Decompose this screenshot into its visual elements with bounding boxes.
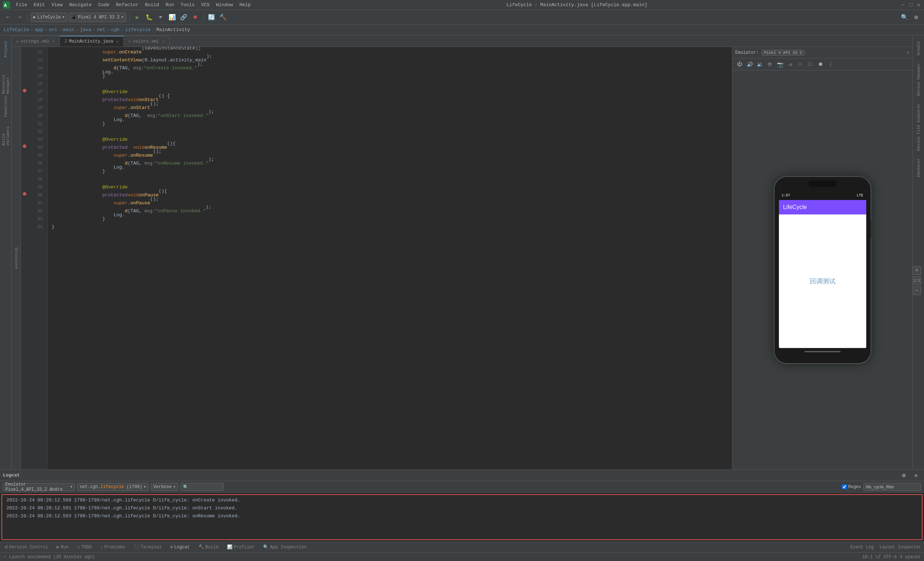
emu-rotate-btn[interactable]: ⟳ xyxy=(765,60,774,69)
breadcrumb-mainactivity[interactable]: MainActivity xyxy=(156,27,190,33)
run-button[interactable]: ▶ xyxy=(132,12,142,22)
gutter-12 xyxy=(21,47,28,55)
logcat-search-input[interactable] xyxy=(180,483,224,491)
tab-mainactivity-java[interactable]: J MainActivity.java ✕ xyxy=(60,36,124,46)
menu-tools[interactable]: Tools xyxy=(178,2,197,8)
breadcrumb-app[interactable]: app xyxy=(34,27,43,33)
sidebar-device-manager-button[interactable]: Device Manager xyxy=(915,60,922,99)
xml-icon-colors: ✦ xyxy=(128,39,130,44)
sidebar-resource-manager-button[interactable]: Resource Manager xyxy=(1,62,10,94)
structure-sidebar[interactable]: Structure xyxy=(12,47,21,469)
build-label: Build xyxy=(206,545,218,550)
menu-vcs[interactable]: VCS xyxy=(198,2,212,8)
tab-close-mainactivity[interactable]: ✕ xyxy=(116,39,120,44)
gutter-27 xyxy=(21,166,28,174)
sidebar-device-file-explorer-button[interactable]: Device File Explorer xyxy=(915,100,922,154)
nav-sep-2: › xyxy=(44,27,47,33)
status-tab-problems[interactable]: ⚠ Problems xyxy=(98,544,128,550)
breadcrumb-java[interactable]: java xyxy=(80,27,92,33)
breadcrumb-cgh[interactable]: cgh xyxy=(111,27,120,33)
logcat-settings-button[interactable]: ⚙ xyxy=(899,470,909,480)
line-num-17: 17 xyxy=(28,88,45,96)
emu-volume-down-btn[interactable]: 🔉 xyxy=(756,60,764,69)
menu-window[interactable]: Window xyxy=(213,2,236,8)
maximize-button[interactable]: □ xyxy=(908,3,913,8)
profile-button[interactable]: 📊 xyxy=(167,12,177,22)
phone-app-title: LifeCycle xyxy=(783,204,807,210)
menu-edit[interactable]: Edit xyxy=(31,2,48,8)
search-everywhere-button[interactable]: 🔍 xyxy=(900,12,910,22)
tab-close-colors[interactable]: ✕ xyxy=(161,39,165,44)
stop-button[interactable]: ■ xyxy=(190,12,200,22)
logcat-package-dropdown[interactable]: net.cgh.lifecycle (1790) ▾ xyxy=(77,483,149,491)
indent-label: 4 spaces xyxy=(900,555,920,560)
sidebar-build-variants-button[interactable]: Build Variants xyxy=(1,118,10,146)
breadcrumb-main[interactable]: main xyxy=(63,27,74,33)
gutter-17 xyxy=(21,87,28,94)
minimize-button[interactable]: ─ xyxy=(900,3,905,8)
emu-home-btn[interactable]: ○ xyxy=(796,60,804,69)
menu-build[interactable]: Build xyxy=(142,2,162,8)
sidebar-gradle-button[interactable]: Gradle xyxy=(915,38,922,58)
emu-volume-up-btn[interactable]: 🔊 xyxy=(746,60,754,69)
emu-screenshot-btn[interactable]: 📷 xyxy=(776,60,784,69)
tab-colors-xml[interactable]: ✦ colors.xml ✕ xyxy=(124,36,170,46)
build-icon: 🔨 xyxy=(198,544,204,550)
attach-debugger-button[interactable]: 🔗 xyxy=(178,12,189,22)
run-config-dropdown[interactable]: ▶ LifeCycle ▾ xyxy=(31,13,67,22)
logcat-regex-checkbox[interactable] xyxy=(842,484,847,489)
back-button[interactable]: ← xyxy=(3,12,13,22)
status-tab-run[interactable]: ▶ Run xyxy=(54,544,71,550)
event-log-button[interactable]: Event Log xyxy=(850,545,874,550)
sidebar-favorites-button[interactable]: Favorites xyxy=(1,95,10,117)
breadcrumb-net[interactable]: net xyxy=(97,27,105,33)
breadcrumb-src[interactable]: src xyxy=(49,27,57,33)
menu-file[interactable]: File xyxy=(13,2,30,8)
emulator-close-icon[interactable]: ✕ xyxy=(907,50,910,55)
status-tab-version-control[interactable]: ⑆ Version Control xyxy=(3,544,50,550)
emu-power-btn[interactable]: ⏻ xyxy=(735,60,744,69)
sidebar-project-button[interactable]: Project xyxy=(1,38,10,60)
breadcrumb-lifecycle2[interactable]: lifecycle xyxy=(125,27,150,33)
sync-button[interactable]: 🔄 xyxy=(207,12,217,22)
editor-content[interactable]: 12 13 14 15 16 17 18 19 20 21 22 23 24 2… xyxy=(21,47,732,469)
build-button[interactable]: 🔨 xyxy=(218,12,228,22)
status-right: Event Log Layout Inspector xyxy=(850,545,921,550)
forward-button[interactable]: → xyxy=(14,12,24,22)
emu-more-btn[interactable]: ⋮ xyxy=(826,60,835,69)
menu-code[interactable]: Code xyxy=(95,2,112,8)
logcat-close-button[interactable]: ✕ xyxy=(911,470,921,480)
logcat-filter-input[interactable] xyxy=(863,483,921,491)
layout-inspector-button[interactable]: Layout Inspector xyxy=(880,545,921,550)
breakpoint-30 xyxy=(23,192,26,196)
breadcrumb-bar: LifeCycle › app › src › main › java › ne… xyxy=(0,24,924,35)
tab-strings-xml[interactable]: ✦ strings.xml ✕ xyxy=(12,36,60,46)
emu-recent-btn[interactable]: □ xyxy=(806,60,814,69)
menu-run[interactable]: Run xyxy=(163,2,177,8)
logcat-verbose-dropdown[interactable]: Verbose ▾ xyxy=(151,483,178,491)
status-tab-profiler[interactable]: 📊 Profiler xyxy=(225,544,257,550)
emu-back-btn[interactable]: ◁ xyxy=(786,60,794,69)
breadcrumb-lifecycle[interactable]: LifeCycle xyxy=(4,27,29,33)
tab-close-strings[interactable]: ✕ xyxy=(51,39,55,44)
logcat-device-dropdown[interactable]: Emulator Pixel_4_API_33_2 Andro ▾ xyxy=(3,483,75,491)
code-editor[interactable]: super.onCreate(savedInstanceState); setC… xyxy=(48,47,732,469)
sidebar-emulator-button[interactable]: Emulator xyxy=(915,155,922,180)
status-tab-logcat[interactable]: ≡ Logcat xyxy=(168,544,192,550)
coverage-button[interactable]: ☂ xyxy=(156,12,166,22)
status-tab-todo[interactable]: ☑ TODO xyxy=(75,544,94,550)
debug-button[interactable]: 🐛 xyxy=(144,12,154,22)
menu-help[interactable]: Help xyxy=(236,2,254,8)
device-selector-dropdown[interactable]: 📱 Pixel 4 API 33 2 ▾ xyxy=(69,13,126,22)
gutter-21 xyxy=(21,118,28,126)
status-tab-build[interactable]: 🔨 Build xyxy=(196,544,220,550)
close-button[interactable]: ✕ xyxy=(916,3,921,8)
emu-record-btn[interactable]: ⏺ xyxy=(816,60,825,69)
device-selector-label: Pixel 4 API 33 2 xyxy=(78,15,120,20)
settings-button[interactable]: ⚙ xyxy=(911,12,921,22)
menu-view[interactable]: View xyxy=(48,2,65,8)
status-tab-app-inspection[interactable]: 🔍 App Inspection xyxy=(261,544,309,550)
menu-navigate[interactable]: Navigate xyxy=(66,2,94,8)
status-tab-terminal[interactable]: ⬛ Terminal xyxy=(132,544,164,550)
menu-refactor[interactable]: Refactor xyxy=(113,2,141,8)
